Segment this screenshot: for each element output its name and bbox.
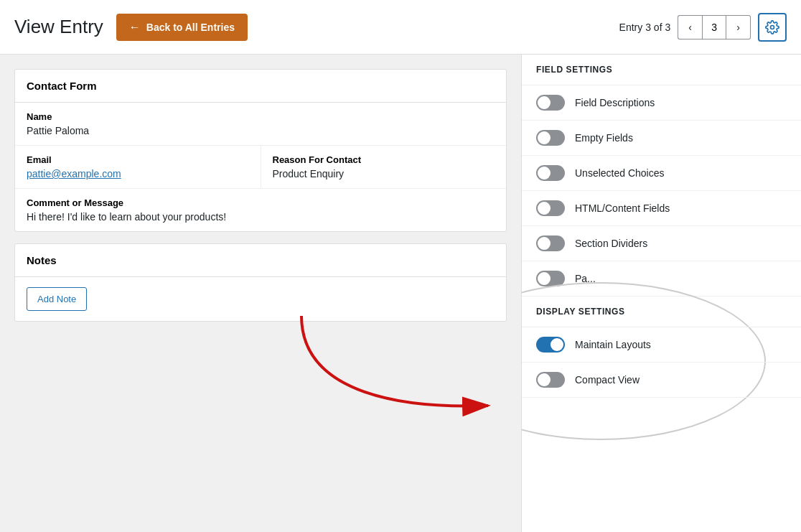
- current-entry-number: 3: [702, 15, 726, 39]
- email-col: Email pattie@example.com: [15, 146, 261, 188]
- notes-body: Add Note: [15, 277, 506, 321]
- section-dividers-row: Section Dividers: [522, 226, 801, 261]
- compact-view-label: Compact View: [575, 374, 640, 386]
- svg-point-0: [771, 25, 774, 29]
- chevron-right-icon: ›: [736, 22, 740, 33]
- email-value[interactable]: pattie@example.com: [27, 168, 249, 179]
- comment-label: Comment or Message: [27, 197, 495, 208]
- back-button[interactable]: ← Back to All Entries: [116, 14, 248, 41]
- prev-entry-button[interactable]: ‹: [678, 15, 702, 39]
- field-settings-title: FIELD SETTINGS: [522, 55, 801, 85]
- name-field-row: Name Pattie Paloma: [15, 103, 506, 146]
- gear-icon: [765, 20, 779, 34]
- section-dividers-toggle[interactable]: [536, 235, 565, 251]
- page-title: View Entry: [14, 16, 103, 38]
- maintain-layouts-label: Maintain Layouts: [575, 339, 651, 350]
- reason-label: Reason For Contact: [273, 154, 495, 165]
- name-label: Name: [27, 111, 495, 122]
- reason-col: Reason For Contact Product Enquiry: [261, 146, 507, 188]
- unselected-choices-label: Unselected Choices: [575, 167, 665, 179]
- comment-field-row: Comment or Message Hi there! I'd like to…: [15, 189, 506, 231]
- html-content-fields-toggle[interactable]: [536, 200, 565, 216]
- page-breaks-toggle[interactable]: [536, 271, 565, 286]
- maintain-layouts-toggle[interactable]: [536, 337, 565, 353]
- form-section-title: Contact Form: [15, 70, 506, 103]
- email-label: Email: [27, 154, 249, 165]
- main-area: Contact Form Name Pattie Paloma Email pa…: [0, 55, 801, 532]
- display-settings-wrapper: DISPLAY SETTINGS Maintain Layouts Compac…: [522, 297, 801, 398]
- add-note-button[interactable]: Add Note: [27, 287, 87, 311]
- notes-title: Notes: [15, 244, 506, 277]
- display-settings-content: DISPLAY SETTINGS Maintain Layouts Compac…: [522, 297, 801, 398]
- header: View Entry ← Back to All Entries Entry 3…: [0, 0, 801, 55]
- display-settings-title: DISPLAY SETTINGS: [522, 297, 801, 327]
- next-entry-button[interactable]: ›: [726, 15, 751, 39]
- content-area: Contact Form Name Pattie Paloma Email pa…: [0, 55, 521, 532]
- header-right: Entry 3 of 3 ‹ 3 ›: [619, 13, 787, 42]
- maintain-layouts-row: Maintain Layouts: [522, 327, 801, 363]
- compact-view-row: Compact View: [522, 363, 801, 398]
- email-reason-row: Email pattie@example.com Reason For Cont…: [15, 146, 506, 189]
- compact-view-toggle[interactable]: [536, 372, 565, 388]
- settings-button[interactable]: [758, 13, 787, 42]
- field-descriptions-label: Field Descriptions: [575, 97, 655, 108]
- empty-fields-label: Empty Fields: [575, 132, 633, 144]
- name-value: Pattie Paloma: [27, 125, 495, 136]
- empty-fields-toggle[interactable]: [536, 130, 565, 146]
- unselected-choices-toggle[interactable]: [536, 165, 565, 181]
- reason-value: Product Enquiry: [273, 168, 495, 179]
- entry-info: Entry 3 of 3: [619, 22, 671, 33]
- field-descriptions-row: Field Descriptions: [522, 85, 801, 121]
- notes-section: Notes Add Note: [14, 243, 507, 322]
- settings-panel: FIELD SETTINGS Field Descriptions Empty …: [521, 55, 801, 532]
- page-breaks-row: Pa...: [522, 261, 801, 297]
- back-arrow-icon: ←: [129, 21, 141, 34]
- empty-fields-row: Empty Fields: [522, 121, 801, 156]
- page-breaks-label: Pa...: [575, 273, 596, 284]
- entry-navigation: ‹ 3 ›: [678, 15, 751, 39]
- field-descriptions-toggle[interactable]: [536, 95, 565, 111]
- comment-value: Hi there! I'd like to learn about your p…: [27, 211, 495, 223]
- unselected-choices-row: Unselected Choices: [522, 156, 801, 191]
- html-content-fields-row: HTML/Content Fields: [522, 191, 801, 226]
- contact-form-section: Contact Form Name Pattie Paloma Email pa…: [14, 69, 507, 232]
- chevron-left-icon: ‹: [688, 22, 692, 33]
- html-content-fields-label: HTML/Content Fields: [575, 202, 670, 214]
- section-dividers-label: Section Dividers: [575, 238, 647, 249]
